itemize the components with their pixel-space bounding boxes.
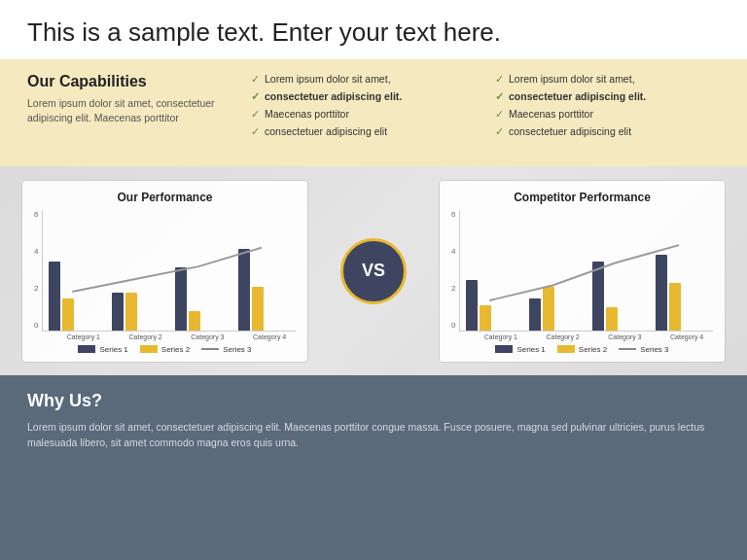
- bar-yellow: [480, 305, 491, 331]
- why-us-heading: Why Us?: [27, 391, 720, 411]
- bar-group: [656, 255, 709, 330]
- our-legend-series1: Series 1: [78, 345, 127, 354]
- competitor-performance-chart: Competitor Performance 6 4 2 0 Category …: [439, 180, 726, 363]
- cap-list1-item-1: Lorem ipsum dolor sit amet,: [251, 73, 476, 86]
- bar-yellow: [543, 287, 554, 331]
- comp-series3-color: [619, 348, 636, 350]
- bar-dark: [656, 255, 667, 330]
- bar-group: [529, 287, 583, 331]
- bar-group: [466, 280, 519, 330]
- our-legend-series2: Series 2: [140, 345, 190, 354]
- why-us-body: Lorem ipsum dolor sit amet, consectetuer…: [27, 419, 720, 451]
- comp-bars-container: [459, 210, 713, 332]
- comp-series1-label: Series 1: [516, 345, 545, 354]
- our-performance-title: Our Performance: [34, 191, 296, 204]
- bar-group: [592, 262, 646, 331]
- comp-legend-series2: Series 2: [557, 345, 607, 354]
- competitor-performance-grid: 6 4 2 0: [451, 210, 713, 332]
- comp-series3-label: Series 3: [640, 345, 668, 354]
- bar-dark: [175, 267, 187, 330]
- comp-legend: Series 1 Series 2 Series 3: [451, 345, 713, 354]
- cap-list2-item-2: consectetuer adipiscing elit.: [495, 90, 720, 103]
- capabilities-heading: Our Capabilities: [27, 73, 231, 90]
- our-series3-label: Series 3: [223, 345, 251, 354]
- bar-yellow: [606, 307, 618, 330]
- comp-legend-series1: Series 1: [495, 345, 545, 354]
- competitor-performance-area: 6 4 2 0 Category 1 Category 2 Category 3…: [451, 210, 713, 354]
- bar-group: [112, 293, 165, 331]
- bar-dark: [112, 293, 124, 331]
- cap-list2-item-1: Lorem ipsum dolor sit amet,: [495, 73, 720, 86]
- competitor-performance-title: Competitor Performance: [451, 191, 713, 204]
- comp-series2-label: Series 2: [579, 345, 607, 354]
- cap-list1-item-2: consectetuer adipiscing elit.: [251, 90, 476, 103]
- bar-yellow: [62, 298, 74, 330]
- our-bars-container: [42, 210, 296, 332]
- our-legend: Series 1 Series 2 Series 3: [34, 345, 296, 354]
- cap-list2-item-4: consectetuer adipiscing elit: [495, 125, 720, 138]
- bar-yellow: [189, 311, 200, 330]
- bar-yellow: [252, 287, 264, 331]
- capabilities-left: Our Capabilities Lorem ipsum dolor sit a…: [27, 73, 231, 124]
- capabilities-list-2: Lorem ipsum dolor sit amet, consectetuer…: [495, 73, 720, 143]
- page-title: This is a sample text. Enter your text h…: [27, 18, 720, 48]
- capabilities-list-1: Lorem ipsum dolor sit amet, consectetuer…: [251, 73, 476, 143]
- bar-dark: [238, 249, 250, 331]
- cap-list1-item-4: consectetuer adipiscing elit: [251, 125, 476, 138]
- why-us-section: Why Us? Lorem ipsum dolor sit amet, cons…: [0, 375, 747, 560]
- bar-group: [175, 267, 229, 330]
- our-series2-label: Series 2: [161, 345, 190, 354]
- our-performance-area: 6 4 2 0 Category 1 Category 2 Category 3…: [34, 210, 296, 354]
- bar-group: [238, 249, 292, 331]
- comp-y-axis: 6 4 2 0: [451, 210, 459, 332]
- our-series2-color: [140, 345, 158, 353]
- header-section: This is a sample text. Enter your text h…: [0, 0, 747, 59]
- our-legend-series3: Series 3: [201, 345, 251, 354]
- capabilities-section: Our Capabilities Lorem ipsum dolor sit a…: [0, 59, 747, 166]
- comp-series2-color: [557, 345, 575, 353]
- bar-dark: [466, 280, 478, 330]
- bar-dark: [49, 262, 60, 331]
- charts-section: Our Performance 6 4 2 0 Category 1 C: [0, 166, 747, 375]
- our-y-axis: 6 4 2 0: [34, 210, 42, 332]
- capabilities-description: Lorem ipsum dolor sit amet, consectetuer…: [27, 96, 231, 124]
- comp-series1-color: [495, 345, 513, 353]
- bar-yellow: [669, 283, 681, 331]
- bar-dark: [592, 262, 604, 331]
- comp-cat-labels: Category 1 Category 2 Category 3 Categor…: [451, 333, 713, 340]
- comp-legend-series3: Series 3: [619, 345, 668, 354]
- cap-list1-item-3: Maecenas porttitor: [251, 108, 476, 121]
- bar-group: [49, 262, 102, 331]
- our-cat-labels: Category 1 Category 2 Category 3 Categor…: [34, 333, 296, 340]
- vs-circle: VS: [340, 238, 407, 304]
- our-performance-grid: 6 4 2 0: [34, 210, 296, 332]
- our-series1-label: Series 1: [99, 345, 127, 354]
- bar-yellow: [125, 293, 137, 331]
- our-performance-chart: Our Performance 6 4 2 0 Category 1 C: [21, 180, 308, 363]
- cap-list2-item-3: Maecenas porttitor: [495, 108, 720, 121]
- our-series1-color: [78, 345, 95, 353]
- our-series3-color: [201, 348, 219, 350]
- bar-dark: [529, 298, 541, 330]
- vs-label: VS: [362, 261, 385, 281]
